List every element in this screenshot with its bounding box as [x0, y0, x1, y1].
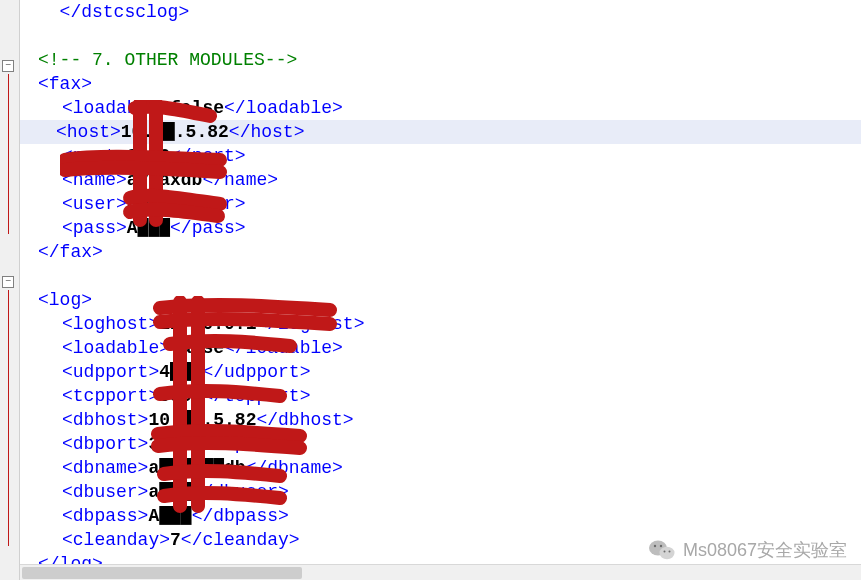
code-line: <dbhost>10.██.5.82</dbhost> — [26, 408, 861, 432]
code-line: <pass>A███</pass> — [26, 216, 861, 240]
xml-tag: <dbhost> — [62, 410, 148, 430]
xml-tag: <cleanday> — [62, 530, 170, 550]
xml-text: 4███ — [159, 362, 202, 382]
xml-tag: </loadable> — [224, 338, 343, 358]
code-line: <dbport>3306</dbport> — [26, 432, 861, 456]
xml-tag: <loadable> — [62, 338, 170, 358]
code-line: <loadable>false</loadable> — [26, 96, 861, 120]
xml-tag: <tcpport> — [62, 386, 159, 406]
xml-text: 10.██.5.82 — [148, 410, 256, 430]
code-line: <!-- 7. OTHER MODULES--> — [26, 48, 861, 72]
xml-text: 5555 — [159, 386, 202, 406]
code-line-active: <host>10.██.5.82</host> — [20, 120, 861, 144]
xml-text: 127.0.0.1 — [159, 314, 256, 334]
xml-tag: <port> — [62, 146, 127, 166]
svg-point-3 — [660, 545, 662, 547]
xml-tag: <udpport> — [62, 362, 159, 382]
xml-tag: </pass> — [170, 218, 246, 238]
scrollbar-thumb[interactable] — [22, 567, 302, 579]
xml-tag: </tcpport> — [202, 386, 310, 406]
xml-tag: <loghost> — [62, 314, 159, 334]
code-line: <loghost>127.0.0.1</loghost> — [26, 312, 861, 336]
xml-tag: </udpport> — [202, 362, 310, 382]
svg-point-4 — [663, 551, 665, 553]
xml-text: 7 — [170, 530, 181, 550]
code-line: </dstcsclog> — [26, 0, 861, 24]
code-line: </fax> — [26, 240, 861, 264]
code-line: <log> — [26, 288, 861, 312]
code-line: <user>a███</user> — [26, 192, 861, 216]
xml-text: false — [170, 98, 224, 118]
fold-line-fax — [8, 74, 9, 234]
code-blank — [26, 264, 861, 288]
xml-tag: </cleanday> — [181, 530, 300, 550]
xml-text: 10.██.5.82 — [121, 122, 229, 142]
code-blank — [26, 24, 861, 48]
xml-tag: <fax> — [38, 74, 92, 94]
xml-text: 3306 — [127, 146, 170, 166]
xml-tag: </name> — [202, 170, 278, 190]
code-line: <dbpass>A███</dbpass> — [26, 504, 861, 528]
xml-tag: </host> — [229, 122, 305, 142]
code-editor: − − </dstcsclog> <!-- 7. OTHER MODULES--… — [0, 0, 861, 580]
xml-tag: </dbuser> — [192, 482, 289, 502]
code-line: <dbname>a██████db</dbname> — [26, 456, 861, 480]
xml-tag: <name> — [62, 170, 127, 190]
wechat-icon — [649, 539, 675, 561]
xml-text: 3306 — [148, 434, 191, 454]
xml-tag: <dbname> — [62, 458, 148, 478]
xml-text: a███ — [148, 482, 191, 502]
xml-comment: <!-- 7. OTHER MODULES--> — [38, 50, 297, 70]
code-line: <fax> — [26, 72, 861, 96]
watermark: Ms08067安全实验室 — [649, 538, 847, 562]
xml-tag: <user> — [62, 194, 127, 214]
fold-toggle-log[interactable]: − — [2, 276, 14, 288]
xml-tag: <loadable> — [62, 98, 170, 118]
svg-point-1 — [659, 547, 674, 559]
code-line: <dbuser>a███</dbuser> — [26, 480, 861, 504]
watermark-text: Ms08067安全实验室 — [683, 538, 847, 562]
xml-tag: </fax> — [38, 242, 103, 262]
code-line: <udpport>4███</udpport> — [26, 360, 861, 384]
code-line: <name>avtaxdb</name> — [26, 168, 861, 192]
xml-tag: <log> — [38, 290, 92, 310]
code-area[interactable]: </dstcsclog> <!-- 7. OTHER MODULES--> <f… — [20, 0, 861, 580]
xml-tag: </user> — [170, 194, 246, 214]
xml-tag: </dbhost> — [256, 410, 353, 430]
xml-text: A███ — [127, 218, 170, 238]
xml-tag: <dbuser> — [62, 482, 148, 502]
xml-tag: </dbname> — [246, 458, 343, 478]
xml-tag: </dstcsclog> — [38, 2, 189, 22]
xml-text: false — [170, 338, 224, 358]
svg-point-5 — [668, 551, 670, 553]
xml-tag: </loghost> — [256, 314, 364, 334]
xml-text: a███ — [127, 194, 170, 214]
code-line: <port>3306</port> — [26, 144, 861, 168]
xml-tag: <dbport> — [62, 434, 148, 454]
fold-gutter: − − — [0, 0, 20, 580]
horizontal-scrollbar[interactable] — [20, 564, 861, 580]
xml-text: avtaxdb — [127, 170, 203, 190]
fold-toggle-fax[interactable]: − — [2, 60, 14, 72]
svg-point-2 — [654, 545, 656, 547]
xml-tag: <host> — [56, 122, 121, 142]
xml-tag: <pass> — [62, 218, 127, 238]
xml-tag: </port> — [170, 146, 246, 166]
xml-tag: </dbport> — [192, 434, 289, 454]
xml-tag: <dbpass> — [62, 506, 148, 526]
xml-text: a██████db — [148, 458, 245, 478]
code-line: <tcpport>5555</tcpport> — [26, 384, 861, 408]
xml-tag: </dbpass> — [192, 506, 289, 526]
xml-tag: </loadable> — [224, 98, 343, 118]
xml-text: A███ — [148, 506, 191, 526]
code-line: <loadable>false</loadable> — [26, 336, 861, 360]
fold-line-log — [8, 290, 9, 546]
